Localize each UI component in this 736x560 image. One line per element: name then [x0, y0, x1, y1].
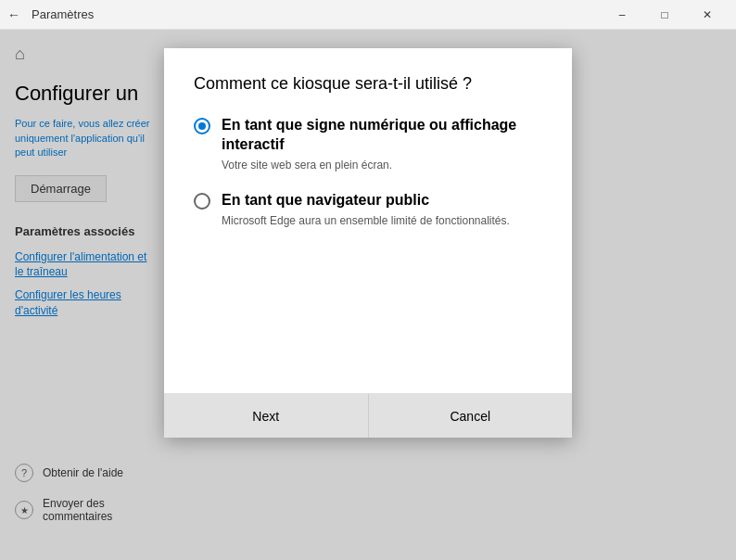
- title-bar: ← Paramètres – □ ✕: [0, 0, 736, 30]
- window-title: Paramètres: [32, 7, 601, 21]
- option1-text-block: En tant que signe numérique ou affichage…: [222, 116, 542, 172]
- option2-text-block: En tant que navigateur public Microsoft …: [222, 191, 510, 229]
- back-button[interactable]: ←: [7, 7, 20, 22]
- option1-radio-button[interactable]: [194, 118, 210, 134]
- option1-radio[interactable]: En tant que signe numérique ou affichage…: [194, 116, 542, 172]
- main-layout: ⌂ Configurer un Pour ce faire, vous alle…: [0, 30, 736, 560]
- option2-label: En tant que navigateur public: [222, 191, 510, 210]
- option1-radio-inner: [198, 122, 206, 130]
- next-button[interactable]: Next: [164, 394, 369, 438]
- kiosk-dialog: Comment ce kiosque sera-t-il utilisé ? E…: [164, 48, 572, 438]
- cancel-button[interactable]: Cancel: [369, 394, 573, 438]
- dialog-title: Comment ce kiosque sera-t-il utilisé ?: [194, 74, 542, 94]
- dialog-overlay: Comment ce kiosque sera-t-il utilisé ? E…: [0, 30, 736, 560]
- option2-radio[interactable]: En tant que navigateur public Microsoft …: [194, 191, 542, 229]
- maximize-button[interactable]: □: [643, 0, 686, 30]
- option1-description: Votre site web sera en plein écran.: [222, 158, 542, 173]
- option2-radio-button[interactable]: [194, 193, 210, 210]
- dialog-footer: Next Cancel: [164, 393, 572, 438]
- dialog-content: Comment ce kiosque sera-t-il utilisé ? E…: [164, 48, 572, 393]
- option1-label: En tant que signe numérique ou affichage…: [222, 116, 542, 155]
- close-button[interactable]: ✕: [686, 0, 729, 30]
- option2-description: Microsoft Edge aura un ensemble limité d…: [222, 213, 510, 229]
- window-controls: – □ ✕: [601, 0, 729, 30]
- minimize-button[interactable]: –: [601, 0, 643, 30]
